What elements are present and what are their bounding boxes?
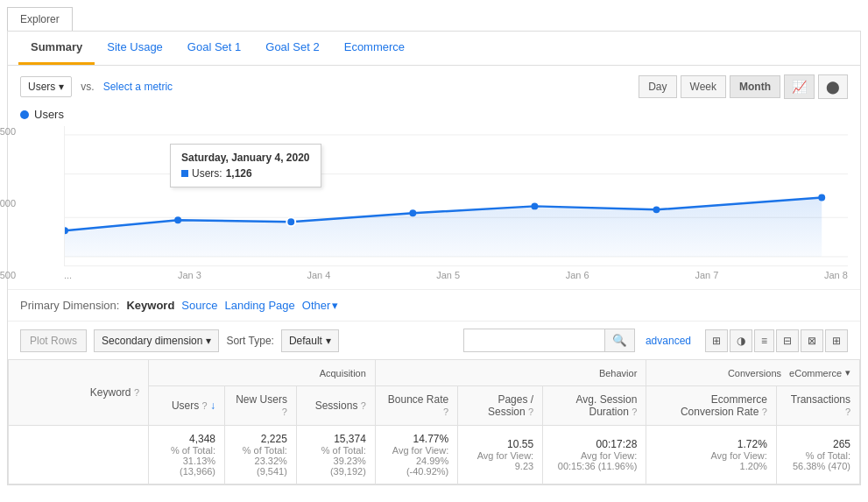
x-label-3: Jan 5 (436, 270, 460, 280)
grid-view-button[interactable]: ⊞ (705, 329, 728, 352)
tab-site-usage[interactable]: Site Usage (95, 32, 175, 65)
secondary-dimension-select[interactable]: Secondary dimension ▾ (94, 329, 219, 352)
totals-avg-session-value: 00:17:28 (552, 438, 637, 450)
keyword-dim[interactable]: Keyword (126, 299, 174, 312)
new-users-col-header: New Users ? (225, 386, 297, 426)
legend-dot (20, 110, 29, 119)
search-input[interactable] (464, 330, 604, 351)
ecommerce-conv-help-icon[interactable]: ? (762, 407, 767, 417)
sort-arrow-icon: ↓ (210, 399, 215, 412)
other-dim[interactable]: Other ▾ (302, 299, 339, 312)
users-col-header: Users ? ↓ (149, 386, 225, 426)
y-axis: 1,500 1,000 500 (0, 126, 16, 280)
other-dim-label: Other (302, 299, 331, 312)
behavior-header: Behavior (375, 360, 646, 386)
vs-label: vs. (81, 81, 94, 93)
table-controls: Plot Rows Secondary dimension ▾ Sort Typ… (8, 321, 860, 359)
sessions-help-icon[interactable]: ? (361, 400, 366, 411)
totals-sessions-value: 15,374 (306, 433, 366, 445)
select-metric-link[interactable]: Select a metric (103, 81, 173, 93)
metric-select[interactable]: Users ▾ (20, 76, 72, 97)
totals-transactions-pct: % of Total: (786, 450, 850, 461)
totals-pages-value: 10.55 (467, 438, 533, 450)
totals-new-users-pct: % of Total: (234, 445, 287, 456)
chevron-down-icon: ▾ (326, 335, 331, 347)
sort-type-label: Sort Type: (226, 335, 273, 347)
chevron-down-icon: ▾ (332, 299, 338, 312)
totals-bounce-avg: Avg for View: (385, 445, 448, 456)
plot-rows-button[interactable]: Plot Rows (20, 329, 87, 352)
svg-point-6 (286, 217, 295, 226)
ecommerce-conv-col-header: Ecommerce Conversion Rate ? (646, 386, 776, 426)
bounce-rate-col-header: Bounce Rate ? (375, 386, 457, 426)
x-label-6: Jan 8 (824, 270, 848, 280)
primary-dim-label: Primary Dimension: (20, 299, 119, 312)
chart-area: Users 1,500 1,000 500 Saturday, January … (8, 108, 860, 289)
totals-ecommerce-cell: 1.72% Avg for View: 1.20% (646, 426, 776, 484)
totals-bounce-rate-value: 14.77% (385, 433, 448, 445)
avg-session-col-header: Avg. Session Duration ? (543, 386, 646, 426)
day-button[interactable]: Day (639, 75, 676, 98)
conversions-header: Conversions eCommerce ▾ (646, 360, 860, 386)
chevron-down-icon: ▾ (206, 335, 211, 347)
sessions-col-header: Sessions ? (296, 386, 375, 426)
totals-sessions-pct: % of Total: (306, 445, 366, 456)
x-axis: ... Jan 3 Jan 4 Jan 5 Jan 6 Jan 7 Jan 8 (64, 266, 848, 280)
pages-session-help-icon[interactable]: ? (528, 407, 533, 417)
tab-summary[interactable]: Summary (18, 32, 95, 65)
primary-dimension: Primary Dimension: Keyword Source Landin… (8, 289, 860, 321)
tooltip-metric-value: 1,126 (226, 167, 252, 180)
tooltip-metric-label: Users: (192, 167, 222, 180)
ecommerce-chevron-icon[interactable]: ▾ (845, 367, 850, 378)
tab-goal-set-1[interactable]: Goal Set 1 (175, 32, 253, 65)
view-icons: ⊞ ◑ ≡ ⊟ ⊠ ⊞ (705, 329, 848, 352)
totals-users-cell: 4,348 % of Total: 31.13% (13,966) (149, 426, 225, 484)
legend-label: Users (34, 108, 64, 121)
keyword-header: Keyword ? (9, 360, 149, 426)
more-view-button[interactable]: ⊞ (825, 329, 848, 352)
keyword-help-icon[interactable]: ? (134, 387, 139, 398)
chart-toolbar: Users ▾ vs. Select a metric Day Week Mon… (8, 66, 860, 108)
pivot-view-button[interactable]: ⊟ (776, 329, 799, 352)
totals-bounce-rate-cell: 14.77% Avg for View: 24.99% (-40.92%) (375, 426, 457, 484)
search-box: 🔍 (463, 329, 635, 352)
bar-view-button[interactable]: ≡ (754, 329, 774, 352)
tooltip-dot (181, 170, 188, 177)
metric-label: Users (28, 81, 55, 93)
tab-goal-set-2[interactable]: Goal Set 2 (253, 32, 331, 65)
svg-point-8 (531, 202, 538, 209)
x-label-1: Jan 3 (178, 270, 201, 280)
week-button[interactable]: Week (681, 75, 726, 98)
totals-users-pct: % of Total: (158, 445, 215, 456)
users-help-icon[interactable]: ? (202, 400, 208, 411)
avg-session-help-icon[interactable]: ? (632, 407, 637, 417)
month-button[interactable]: Month (730, 75, 780, 98)
totals-users-sub: 31.13% (13,966) (158, 456, 215, 477)
line-chart-icon[interactable]: 📈 (784, 74, 815, 99)
landing-page-dim[interactable]: Landing Page (225, 299, 295, 312)
transactions-col-header: Transactions ? (776, 386, 859, 426)
totals-avg-session-avg: Avg for View: (552, 450, 637, 461)
source-dim[interactable]: Source (181, 299, 217, 312)
y-1000: 1,000 (0, 198, 16, 209)
pie-chart-icon[interactable]: ⬤ (818, 74, 848, 99)
sort-select[interactable]: Default ▾ (281, 329, 339, 352)
tab-ecommerce[interactable]: Ecommerce (332, 32, 417, 65)
totals-ecommerce-value: 1.72% (655, 438, 766, 450)
bounce-rate-help-icon[interactable]: ? (443, 407, 448, 417)
svg-point-5 (174, 216, 181, 223)
search-button[interactable]: 🔍 (604, 329, 634, 351)
compare-view-button[interactable]: ⊠ (801, 329, 823, 352)
y-500: 500 (0, 270, 16, 280)
totals-pages-avg: Avg for View: (467, 450, 533, 461)
totals-ecommerce-sub: 1.20% (655, 461, 766, 471)
transactions-help-icon[interactable]: ? (845, 407, 850, 417)
totals-sessions-cell: 15,374 % of Total: 39.23% (39,192) (296, 426, 375, 484)
advanced-link[interactable]: advanced (646, 335, 691, 347)
x-label-4: Jan 6 (566, 270, 589, 280)
new-users-help-icon[interactable]: ? (282, 407, 287, 417)
tooltip-metric: Users: 1,126 (181, 167, 310, 180)
pie-view-button[interactable]: ◑ (730, 329, 752, 352)
totals-sessions-sub: 39.23% (39,192) (306, 456, 366, 477)
explorer-tab[interactable]: Explorer (7, 7, 73, 31)
